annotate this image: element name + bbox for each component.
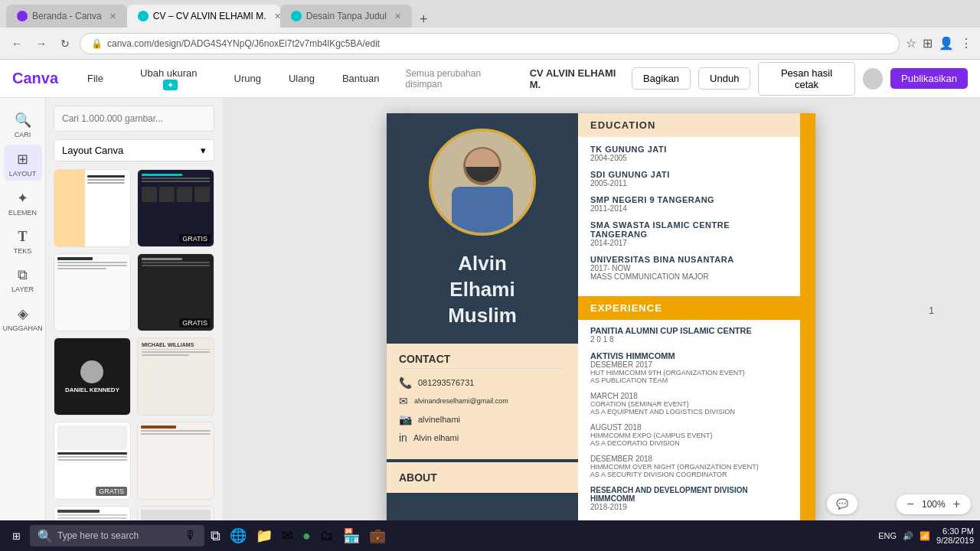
taskbar-explorer[interactable]: 📁 [253, 524, 276, 547]
exp-item-2: MARCH 2018 CORATION (SEMINAR EVENT) AS A… [590, 392, 788, 416]
taskbar-network-icon: 📶 [920, 531, 930, 541]
cv-yellow-accent [800, 113, 815, 523]
autosave-status: Semua perubahan disimpan [405, 68, 517, 90]
publish-button[interactable]: Publikasikan [890, 68, 968, 89]
taskbar-store[interactable]: 🏪 [340, 524, 363, 547]
taskbar-language: ENG [878, 531, 897, 540]
extensions-icon[interactable]: ⊞ [923, 36, 933, 51]
uploads-icon: ◈ [18, 305, 28, 322]
edge-icon: 🌐 [230, 527, 247, 544]
chrome-icon: ● [302, 528, 311, 544]
cv-name: Alvin Elhami Muslim [433, 251, 532, 328]
address-bar[interactable]: 🔒 canva.com/design/DADG4S4YNpQ/J6noxEi7t… [80, 33, 900, 54]
start-button[interactable]: ⊞ [6, 527, 27, 545]
template-item[interactable] [54, 253, 131, 331]
share-button[interactable]: Bagikan [632, 67, 691, 90]
help-button[interactable]: Bantuan [335, 69, 387, 88]
cv-design[interactable]: Alvin Elhami Muslim CONTACT 📞 0812935767… [387, 113, 815, 523]
sidebar-content: Layout Canva ▾ [46, 98, 222, 523]
zoom-in-button[interactable]: + [950, 497, 963, 511]
refresh-button[interactable]: ↻ [57, 36, 74, 51]
layout-icon: ⊞ [17, 151, 28, 168]
tab-close-desain[interactable]: ✕ [394, 11, 401, 21]
taskbar-teams[interactable]: 💼 [366, 524, 389, 547]
comment-button[interactable]: 💬 [827, 494, 858, 514]
file-menu[interactable]: File [80, 69, 111, 88]
download-button[interactable]: Unduh [698, 67, 750, 90]
elements-icon: ✦ [17, 190, 28, 207]
cv-left-panel: Alvin Elhami Muslim CONTACT 📞 0812935767… [387, 113, 578, 523]
windows-icon: ⊞ [12, 530, 21, 542]
search-input[interactable] [54, 106, 214, 132]
zoom-out-button[interactable]: − [904, 497, 917, 511]
template-item[interactable]: GRATIS [137, 169, 214, 247]
back-button[interactable]: ← [8, 36, 26, 51]
microphone-icon: 🎙 [185, 529, 197, 543]
resize-button[interactable]: Ubah ukuran ✦ [123, 64, 214, 94]
sidebar-layout-btn[interactable]: ⊞ LAYOUT [4, 145, 42, 181]
tab-desain[interactable]: Desain Tanpa Judul ✕ [280, 5, 412, 28]
taskbar-search[interactable]: 🔍 🎙 [30, 525, 204, 546]
cv-phone-item: 📞 081293576731 [399, 377, 566, 389]
taskbar-task-view[interactable]: ⧉ [207, 525, 224, 547]
edu-item-smp: SMP NEGERI 9 TANGERANG 2011-2014 [590, 195, 788, 213]
files-icon: 🗂 [320, 528, 334, 544]
layout-selector[interactable]: Layout Canva ▾ [54, 139, 214, 161]
explorer-icon: 📁 [256, 527, 273, 544]
tab-bar: Beranda - Canva ✕ CV – CV ALVIN ELHAMI M… [0, 0, 980, 28]
print-button[interactable]: Pesan hasil cetak [758, 62, 854, 96]
toolbar-right: CV ALVIN ELHAMI M. Bagikan Unduh Pesan h… [530, 62, 968, 96]
edu-item-sma: SMA SWASTA ISLAMIC CENTRE TANGERANG 2014… [590, 220, 788, 247]
taskbar-clock[interactable]: 6:30 PM 9/28/2019 [936, 527, 974, 545]
sidebar-icons: 🔍 CARI ⊞ LAYOUT ✦ ELEMEN T TEKS ⧉ LAYER … [0, 98, 46, 523]
sidebar-layers-btn[interactable]: ⧉ LAYER [4, 261, 42, 296]
cv-contact-title: CONTACT [399, 353, 566, 369]
cv-email-item: ✉ alvinandreselhami@gmail.com [399, 395, 566, 407]
page-number: 1 [929, 305, 934, 316]
taskbar-edge[interactable]: 🌐 [227, 524, 250, 547]
undo-button[interactable]: Urung [227, 69, 269, 88]
sidebar-elements-btn[interactable]: ✦ ELEMEN [4, 184, 42, 220]
template-item[interactable]: GRATIS [137, 253, 214, 331]
template-item[interactable] [54, 169, 131, 247]
profile-icon[interactable]: 👤 [939, 36, 954, 51]
bookmark-icon[interactable]: ☆ [906, 36, 916, 51]
sidebar-uploads-btn[interactable]: ◈ UNGGAHAN [4, 299, 42, 335]
secure-icon: 🔒 [91, 38, 103, 49]
taskbar-chrome[interactable]: ● [299, 525, 314, 547]
taskbar-files[interactable]: 🗂 [317, 525, 337, 547]
new-tab-button[interactable]: + [415, 11, 433, 28]
taskbar-mail[interactable]: ✉ [279, 524, 296, 547]
cv-photo [429, 129, 536, 236]
sidebar-text-btn[interactable]: T TEKS [4, 223, 42, 258]
address-bar-row: ← → ↻ 🔒 canva.com/design/DADG4S4YNpQ/J6n… [0, 28, 980, 60]
zoom-level: 100% [922, 499, 946, 510]
redo-button[interactable]: Ulang [281, 69, 322, 88]
tab-beranda[interactable]: Beranda - Canva ✕ [6, 5, 127, 28]
template-item[interactable] [137, 422, 214, 500]
cv-experience-header: EXPERIENCE [578, 296, 800, 320]
cv-about-title: ABOUT [399, 471, 566, 484]
forward-button[interactable]: → [32, 36, 51, 51]
canvas-area[interactable]: Alvin Elhami Muslim CONTACT 📞 0812935767… [222, 98, 980, 523]
taskbar-search-input[interactable] [57, 530, 180, 541]
layers-icon: ⧉ [18, 267, 28, 283]
user-avatar[interactable] [863, 68, 883, 90]
chevron-down-icon: ▾ [201, 145, 206, 156]
tab-close-beranda[interactable]: ✕ [109, 11, 116, 21]
tab-close-cv[interactable]: ✕ [274, 11, 280, 21]
task-view-icon: ⧉ [211, 528, 220, 544]
edu-item-sdi: SDI GUNUNG JATI 2005-2011 [590, 170, 788, 187]
exp-item-3: AUGUST 2018 HIMMCOMM EXPO (CAMPUS EVENT)… [590, 423, 788, 447]
tab-cv[interactable]: CV – CV ALVIN ELHAMI M. ✕ [127, 5, 280, 28]
settings-icon[interactable]: ⋮ [960, 36, 972, 51]
cv-contact-section: CONTACT 📞 081293576731 ✉ alvinandreselha… [387, 344, 578, 459]
template-item[interactable]: MICHAEL WILLIAMS [137, 337, 214, 416]
cv-instagram-item: 📷 alvinelhami [399, 413, 566, 425]
sidebar-panel: 🔍 CARI ⊞ LAYOUT ✦ ELEMEN T TEKS ⧉ LAYER … [0, 98, 222, 523]
template-item[interactable]: DANIEL KENNEDY [54, 337, 131, 416]
template-item[interactable]: GRATIS [54, 422, 131, 500]
phone-icon: 📞 [399, 377, 412, 389]
sidebar-search-btn[interactable]: 🔍 CARI [4, 106, 42, 142]
edu-item-uni: UNIVERSITAS BINA NUSANTARA 2017- NOW MAS… [590, 255, 788, 281]
